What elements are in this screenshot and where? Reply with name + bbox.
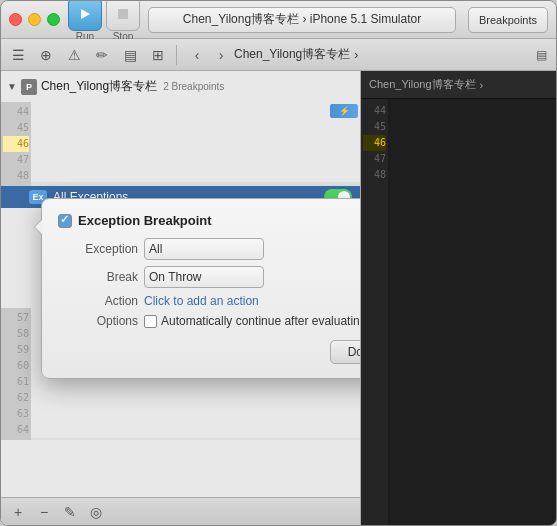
add-breakpoint-button[interactable]: +	[7, 501, 29, 523]
group-subtitle: 2 Breakpoints	[163, 81, 224, 92]
title-bar: Run Stop Chen_Yilong博客专栏 › iPhone 5.1 Si…	[1, 1, 556, 39]
line-64: 64	[3, 422, 29, 438]
options-row: Automatically continue after evaluating	[144, 314, 360, 328]
break-label: Break	[58, 270, 138, 284]
close-button[interactable]	[9, 13, 22, 26]
main-window: Run Stop Chen_Yilong博客专栏 › iPhone 5.1 Si…	[0, 0, 557, 526]
line-44: 44	[3, 104, 29, 120]
editor-line-47: 47	[363, 151, 386, 167]
line-61: 61	[3, 374, 29, 390]
exception-enabled-checkbox[interactable]	[58, 214, 72, 228]
edit-icon-btn[interactable]: ✏	[89, 42, 115, 68]
main-content: ▼ P Chen_Yilong博客专栏 2 Breakpoints 44 45 …	[1, 71, 556, 525]
editor-line-numbers: 44 45 46 47 48	[361, 99, 389, 525]
exception-select[interactable]: All Objective-C C++	[144, 238, 264, 260]
right-panel: Chen_Yilong博客专栏 › 44 45 46 47 48	[361, 71, 556, 525]
breadcrumb-text: Chen_Yilong博客专栏	[234, 46, 350, 63]
nav-back-btn[interactable]: ‹	[186, 44, 208, 66]
minimize-button[interactable]	[28, 13, 41, 26]
svg-rect-1	[118, 9, 128, 19]
svg-marker-0	[81, 9, 90, 19]
maximize-button[interactable]	[47, 13, 60, 26]
remove-breakpoint-button[interactable]: −	[33, 501, 55, 523]
search-icon-btn[interactable]: ⊕	[33, 42, 59, 68]
nav-forward-btn[interactable]: ›	[210, 44, 232, 66]
collapse-icon: ▼	[7, 81, 17, 92]
auto-continue-checkbox[interactable]	[144, 315, 157, 328]
editor-line-46: 46	[363, 135, 386, 151]
nav-buttons: ‹ ›	[186, 44, 232, 66]
line-63: 63	[3, 406, 29, 422]
toolbar-separator-1	[176, 45, 177, 65]
exception-label: Exception	[58, 242, 138, 256]
editor-line-48: 48	[363, 167, 386, 183]
action-label: Action	[58, 294, 138, 308]
line-62: 62	[3, 390, 29, 406]
exception-breakpoint-popup: Exception Breakpoint Exception All Objec…	[41, 198, 360, 379]
breakpoint-group: ▼ P Chen_Yilong博客专栏 2 Breakpoints	[1, 71, 360, 102]
editor-body: 44 45 46 47 48	[361, 99, 556, 525]
line-58: 58	[3, 326, 29, 342]
breakpoints-button[interactable]: Breakpoints	[468, 7, 548, 33]
edit-breakpoint-button[interactable]: ✎	[59, 501, 81, 523]
editor-breadcrumb-arrow: ›	[480, 79, 484, 91]
break-select[interactable]: On Throw On Catch	[144, 266, 264, 288]
popup-form: Exception All Objective-C C++ ▾ Brea	[58, 238, 360, 328]
stop-button-group: Stop	[106, 0, 140, 42]
line-47: 47	[3, 152, 29, 168]
scheme-text: Chen_Yilong博客专栏 › iPhone 5.1 Simulator	[183, 11, 421, 28]
line-57: 57	[3, 310, 29, 326]
second-toolbar: ☰ ⊕ ⚠ ✏ ▤ ⊞ ‹ › Chen_Yilong博客专栏 › ▤	[1, 39, 556, 71]
editor-line-44: 44	[363, 103, 386, 119]
left-panel: ▼ P Chen_Yilong博客专栏 2 Breakpoints 44 45 …	[1, 71, 361, 525]
run-button[interactable]	[68, 0, 102, 31]
bottom-toolbar: + − ✎ ◎	[1, 497, 360, 525]
left-panel-content: ▼ P Chen_Yilong博客专栏 2 Breakpoints 44 45 …	[1, 71, 360, 497]
exception-select-wrapper: All Objective-C C++ ▾	[144, 238, 360, 260]
popup-title-row: Exception Breakpoint	[58, 213, 360, 228]
add-action-link[interactable]: Click to add an action	[144, 294, 360, 308]
line-45: 45	[3, 120, 29, 136]
line-48: 48	[3, 168, 29, 184]
popup-title: Exception Breakpoint	[78, 213, 212, 228]
grid-icon-btn[interactable]: ⊞	[145, 42, 171, 68]
auto-continue-label: Automatically continue after evaluating	[161, 314, 360, 328]
right-panel-toggle[interactable]: ▤	[530, 44, 552, 66]
scheme-selector[interactable]: Chen_Yilong博客专栏 › iPhone 5.1 Simulator	[148, 7, 456, 33]
breakpoints-label: Breakpoints	[479, 14, 537, 26]
editor-line-45: 45	[363, 119, 386, 135]
editor-header: Chen_Yilong博客专栏 ›	[361, 71, 556, 99]
project-icon: P	[21, 79, 37, 95]
group-header[interactable]: ▼ P Chen_Yilong博客专栏 2 Breakpoints	[1, 75, 360, 98]
more-options-button[interactable]: ◎	[85, 501, 107, 523]
breadcrumb-area: Chen_Yilong博客专栏 ›	[234, 46, 528, 63]
done-button[interactable]: Done	[330, 340, 360, 364]
run-button-group: Run	[68, 0, 102, 42]
popup-footer: Done	[58, 340, 360, 364]
folder-icon-btn[interactable]: ☰	[5, 42, 31, 68]
line-59: 59	[3, 342, 29, 358]
break-select-wrapper: On Throw On Catch ▾	[144, 266, 360, 288]
traffic-lights	[9, 13, 60, 26]
list-icon-btn[interactable]: ▤	[117, 42, 143, 68]
code-area	[389, 99, 556, 525]
editor-breadcrumb: Chen_Yilong博客专栏	[369, 77, 476, 92]
stop-button[interactable]	[106, 0, 140, 31]
group-title: Chen_Yilong博客专栏	[41, 78, 157, 95]
line-60: 60	[3, 358, 29, 374]
options-label: Options	[58, 314, 138, 328]
line-46-highlight: 46	[3, 136, 29, 152]
breadcrumb-arrow: ›	[354, 48, 358, 62]
warning-icon-btn[interactable]: ⚠	[61, 42, 87, 68]
